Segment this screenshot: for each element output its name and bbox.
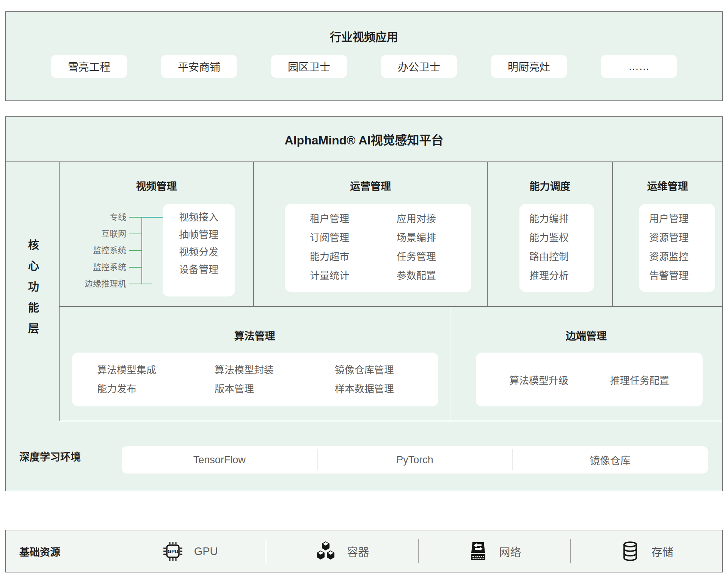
- capability-scheduling-box: 能力编排 能力鉴权 路由控制 推理分析: [519, 204, 594, 292]
- architecture-diagram: 行业视频应用 雪亮工程 平安商铺 园区卫士 办公卫士 明厨亮灶 …… Alpha…: [0, 0, 728, 577]
- platform-panel: AlphaMind® AI视觉感知平台 核心功能层 视频管理 专线 互联网 监控…: [5, 116, 723, 491]
- operations-item: 订阅管理: [310, 228, 349, 247]
- resource-gpu-label: GPU: [194, 545, 218, 558]
- app-chip-pingan: 平安商铺: [161, 55, 237, 78]
- operations-column-1: 租户管理 订阅管理 能力超市 计量统计: [310, 209, 349, 285]
- om-item: 资源管理: [649, 228, 715, 247]
- om-item: 资源监控: [649, 247, 715, 266]
- app-chip-xueliang: 雪亮工程: [51, 55, 127, 78]
- resource-storage-label: 存储: [651, 543, 673, 559]
- operations-management-box: 租户管理 订阅管理 能力超市 计量统计 应用对接 场景编排 任务管理 参数配置: [285, 204, 471, 292]
- deep-learning-env-label: 深度学习环境: [19, 421, 81, 491]
- network-icon: [468, 541, 489, 562]
- app-chip-yuanqu: 园区卫士: [271, 55, 347, 78]
- operations-item: 参数配置: [397, 266, 436, 285]
- deep-learning-env-row: 深度学习环境 TensorFlow PyTorch 镜像仓库: [6, 421, 722, 491]
- operations-item: 能力超市: [310, 247, 349, 266]
- operations-item: 任务管理: [397, 247, 436, 266]
- video-management-item: 视频分发: [163, 243, 235, 261]
- algorithm-item: 算法模型封装: [215, 361, 274, 379]
- industry-apps-row: 雪亮工程 平安商铺 园区卫士 办公卫士 明厨亮灶 ……: [6, 55, 722, 78]
- dl-env-pytorch: PyTorch: [317, 446, 512, 474]
- operations-item: 计量统计: [310, 266, 349, 285]
- video-management-item: 设备管理: [163, 261, 235, 278]
- gpu-icon: GPU: [162, 541, 184, 562]
- algorithm-item: 算法模型集成: [97, 361, 156, 379]
- resource-gpu: GPU GPU: [114, 541, 266, 562]
- capability-item: 能力鉴权: [529, 228, 594, 247]
- algorithm-item: 镜像仓库管理: [335, 361, 394, 379]
- section-operations-management: 运营管理 租户管理 订阅管理 能力超市 计量统计 应用对接 场景编排 任务管理 …: [254, 161, 488, 307]
- edge-management-box: 算法模型升级 推理任务配置: [476, 353, 703, 406]
- core-function-layer-label: 核心功能层: [25, 239, 41, 343]
- operations-item: 应用对接: [397, 209, 436, 228]
- deep-learning-env-bar: TensorFlow PyTorch 镜像仓库: [122, 446, 708, 474]
- capability-scheduling-title: 能力调度: [488, 161, 612, 193]
- algorithm-item: 版本管理: [215, 379, 274, 398]
- algorithm-column-1: 算法模型集成 能力发布: [97, 361, 156, 398]
- operations-item: 租户管理: [310, 209, 349, 228]
- algorithm-item: 样本数据管理: [335, 379, 394, 398]
- section-algorithm-management: 算法管理 算法模型集成 能力发布 算法模型封装 版本管理 镜像仓库管理 样本数据…: [60, 307, 450, 421]
- app-chip-ellipsis: ……: [601, 55, 677, 78]
- resource-container: 容器: [266, 541, 418, 562]
- om-item: 用户管理: [649, 209, 715, 228]
- edge-item: 算法模型升级: [509, 373, 568, 387]
- om-item: 告警管理: [649, 266, 715, 285]
- industry-apps-panel: 行业视频应用 雪亮工程 平安商铺 园区卫士 办公卫士 明厨亮灶 ……: [5, 11, 723, 101]
- algorithm-column-2: 算法模型封装 版本管理: [215, 361, 274, 398]
- resource-network-label: 网络: [499, 543, 521, 559]
- operations-column-2: 应用对接 场景编排 任务管理 参数配置: [397, 209, 436, 285]
- app-chip-mingchu: 明厨亮灶: [491, 55, 567, 78]
- capability-item: 路由控制: [529, 247, 594, 266]
- core-function-layer-sidebar: 核心功能层: [6, 161, 60, 421]
- video-management-box: 视频接入 抽帧管理 视频分发 设备管理: [163, 204, 235, 296]
- algorithm-item: 能力发布: [97, 379, 156, 398]
- section-edge-management: 边端管理 算法模型升级 推理任务配置: [450, 307, 722, 421]
- video-source-list: 专线 互联网 监控系统 监控系统 边缘推理机: [85, 209, 126, 292]
- app-chip-bangong: 办公卫士: [381, 55, 457, 78]
- video-management-title: 视频管理: [60, 161, 253, 193]
- container-icon: [315, 541, 336, 562]
- capability-item: 推理分析: [529, 266, 594, 285]
- dl-env-tensorflow: TensorFlow: [122, 446, 317, 474]
- algorithm-column-3: 镜像仓库管理 样本数据管理: [335, 361, 394, 398]
- platform-title: AlphaMind® AI视觉感知平台: [285, 130, 444, 148]
- video-source: 边缘推理机: [85, 276, 126, 292]
- base-resources-panel: 基础资源 GPU GPU: [5, 530, 723, 572]
- operations-item: 场景编排: [397, 228, 436, 247]
- video-source: 互联网: [85, 226, 126, 242]
- storage-icon: [620, 541, 641, 562]
- section-capability-scheduling: 能力调度 能力编排 能力鉴权 路由控制 推理分析: [488, 161, 613, 307]
- video-management-item: 抽帧管理: [163, 226, 235, 243]
- section-video-management: 视频管理 专线 互联网 监控系统 监控系统 边缘推理机 视频接入 抽帧管理: [60, 161, 254, 307]
- video-source: 专线: [85, 209, 126, 226]
- base-resources-label: 基础资源: [6, 544, 114, 559]
- om-management-title: 运维管理: [613, 161, 722, 193]
- edge-item: 推理任务配置: [610, 373, 669, 387]
- dl-env-image-registry: 镜像仓库: [513, 446, 708, 474]
- algorithm-management-box: 算法模型集成 能力发布 算法模型封装 版本管理 镜像仓库管理 样本数据管理: [72, 353, 438, 406]
- video-management-item: 视频接入: [163, 209, 235, 226]
- video-source: 监控系统: [85, 259, 126, 276]
- industry-apps-title: 行业视频应用: [6, 28, 722, 44]
- om-management-box: 用户管理 资源管理 资源监控 告警管理: [639, 204, 715, 292]
- resource-storage: 存储: [571, 541, 722, 562]
- svg-text:GPU: GPU: [168, 549, 178, 554]
- resource-network: 网络: [419, 541, 570, 562]
- section-om-management: 运维管理 用户管理 资源管理 资源监控 告警管理: [613, 161, 722, 307]
- platform-title-strip: AlphaMind® AI视觉感知平台: [6, 117, 722, 162]
- resource-container-label: 容器: [347, 543, 369, 559]
- capability-item: 能力编排: [529, 209, 594, 228]
- algorithm-management-title: 算法管理: [60, 307, 450, 343]
- edge-management-title: 边端管理: [450, 307, 722, 343]
- operations-management-title: 运营管理: [254, 161, 487, 193]
- video-source: 监控系统: [85, 242, 126, 259]
